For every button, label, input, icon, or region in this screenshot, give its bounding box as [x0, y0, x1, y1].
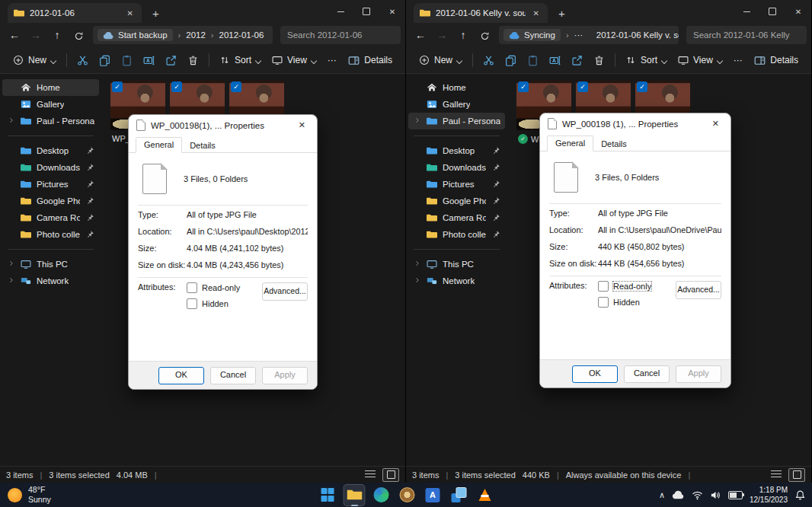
- address-bar[interactable]: Syncing › ··· › 2012-01-06 Kelly v. soup: [499, 26, 679, 44]
- maximize-button[interactable]: [759, 0, 785, 23]
- large-thumbnails-view-toggle[interactable]: [382, 468, 399, 482]
- sidebar-item-downloads[interactable]: Downloads: [408, 159, 505, 176]
- forward-button[interactable]: →: [26, 29, 46, 41]
- details-view-toggle-icon[interactable]: [771, 470, 782, 480]
- weather-widget[interactable]: 48°F Sunny: [0, 485, 51, 505]
- selected-checkbox[interactable]: ✓: [171, 81, 182, 92]
- battery-icon[interactable]: [728, 491, 743, 499]
- refresh-button[interactable]: [69, 29, 88, 41]
- paste-button[interactable]: [522, 49, 544, 71]
- onedrive-tray-icon[interactable]: [672, 490, 685, 499]
- delete-button[interactable]: [588, 49, 610, 71]
- selected-checkbox[interactable]: ✓: [518, 81, 529, 92]
- view-button[interactable]: View: [673, 49, 728, 71]
- taskbar-file-explorer[interactable]: [344, 484, 366, 506]
- breadcrumb-ellipsis[interactable]: ···: [574, 30, 583, 40]
- cancel-button[interactable]: Cancel: [624, 365, 670, 383]
- sidebar-item-desktop[interactable]: Desktop: [2, 142, 99, 159]
- ok-button[interactable]: OK: [572, 365, 618, 383]
- sidebar-item-home[interactable]: Home: [2, 79, 99, 96]
- dialog-close-button[interactable]: ✕: [295, 119, 309, 132]
- minimize-button[interactable]: [734, 0, 759, 23]
- tab-details[interactable]: Details: [593, 137, 635, 151]
- sidebar-item-desktop[interactable]: Desktop: [408, 142, 505, 159]
- sidebar-item-gallery[interactable]: Gallery: [408, 96, 505, 113]
- new-tab-button[interactable]: +: [152, 7, 159, 20]
- chevron-right-icon[interactable]: [414, 276, 421, 284]
- breadcrumb-2012-01-06[interactable]: 2012-01-06: [219, 30, 264, 40]
- maximize-button[interactable]: [353, 0, 379, 23]
- wifi-icon[interactable]: [692, 489, 703, 501]
- sidebar-item-pictures[interactable]: Pictures: [408, 176, 505, 193]
- advanced-button[interactable]: Advanced...: [676, 281, 721, 299]
- sidebar-item-gallery[interactable]: Gallery: [2, 96, 99, 113]
- copy-button[interactable]: [94, 49, 116, 71]
- up-button[interactable]: ↑: [453, 29, 473, 41]
- onedrive-backup-chip[interactable]: Start backup: [98, 29, 173, 41]
- taskbar-widgets-app[interactable]: [397, 485, 417, 505]
- close-button[interactable]: ✕: [379, 0, 405, 23]
- ok-button[interactable]: OK: [158, 367, 204, 384]
- selected-checkbox[interactable]: ✓: [637, 81, 647, 92]
- cut-button[interactable]: [72, 49, 94, 71]
- address-bar[interactable]: Start backup › 2012 › 2012-01-06: [93, 26, 273, 44]
- paste-button[interactable]: [116, 49, 138, 71]
- sidebar-item-photo-collection[interactable]: Photo collection: [2, 226, 99, 243]
- new-button[interactable]: New: [8, 49, 62, 71]
- sidebar-item-this-pc[interactable]: This PC: [408, 256, 505, 273]
- breadcrumb-current-folder[interactable]: 2012-01-06 Kelly v. soup: [596, 30, 679, 40]
- selected-checkbox[interactable]: ✓: [112, 81, 123, 92]
- more-options-button[interactable]: ···: [322, 49, 342, 71]
- sidebar-item-camera-roll[interactable]: Camera Roll: [2, 209, 99, 226]
- explorer-tab[interactable]: 2012-01-06 ✕: [8, 3, 142, 23]
- tab-general[interactable]: General: [547, 136, 593, 151]
- back-button[interactable]: ←: [5, 29, 24, 41]
- readonly-checkbox[interactable]: [187, 282, 197, 293]
- apply-button[interactable]: Apply: [262, 367, 308, 384]
- share-button[interactable]: [566, 49, 588, 71]
- onedrive-sync-chip[interactable]: Syncing: [504, 29, 561, 41]
- sort-button[interactable]: Sort: [620, 49, 673, 71]
- sidebar-item-home[interactable]: Home: [408, 79, 505, 96]
- readonly-label[interactable]: Read-only: [202, 283, 240, 292]
- start-button[interactable]: [318, 485, 338, 505]
- details-pane-button[interactable]: Details: [749, 49, 804, 71]
- rename-button[interactable]: [138, 49, 160, 71]
- apply-button[interactable]: Apply: [676, 365, 721, 383]
- taskbar-edge[interactable]: [371, 485, 392, 505]
- tab-close-icon[interactable]: ✕: [531, 9, 542, 18]
- details-view-toggle-icon[interactable]: [365, 470, 376, 480]
- chevron-right-icon[interactable]: [8, 260, 15, 267]
- details-pane-button[interactable]: Details: [343, 49, 398, 71]
- new-tab-button[interactable]: +: [558, 7, 565, 20]
- sidebar-item-this-pc[interactable]: This PC: [2, 256, 99, 273]
- rename-button[interactable]: [544, 49, 566, 71]
- sidebar-item-network[interactable]: Network: [408, 273, 505, 289]
- search-input[interactable]: [686, 26, 807, 44]
- hidden-label[interactable]: Hidden: [613, 298, 640, 307]
- taskbar-stacked-windows-app[interactable]: [449, 485, 469, 505]
- hidden-checkbox[interactable]: [598, 297, 609, 308]
- tab-general[interactable]: General: [136, 137, 182, 153]
- sidebar-item-paul-personal[interactable]: Paul - Personal: [408, 113, 505, 129]
- taskbar-vlc[interactable]: [475, 485, 495, 505]
- tab-details[interactable]: Details: [182, 139, 223, 153]
- view-button[interactable]: View: [267, 49, 322, 71]
- up-button[interactable]: ↑: [47, 29, 67, 41]
- dialog-close-button[interactable]: ✕: [708, 117, 723, 130]
- chevron-right-icon[interactable]: [414, 116, 421, 124]
- hidden-label[interactable]: Hidden: [202, 299, 229, 308]
- more-options-button[interactable]: ···: [728, 49, 748, 71]
- forward-button[interactable]: →: [432, 29, 452, 41]
- hidden-checkbox[interactable]: [187, 298, 197, 309]
- sidebar-item-network[interactable]: Network: [2, 273, 99, 289]
- chevron-right-icon[interactable]: [8, 276, 15, 284]
- taskbar-documents-app[interactable]: A: [423, 485, 443, 505]
- explorer-tab[interactable]: 2012-01-06 Kelly v. soup ✕: [414, 3, 548, 23]
- clock[interactable]: 1:18 PM 12/15/2023: [750, 485, 788, 505]
- tab-close-icon[interactable]: ✕: [125, 9, 136, 18]
- copy-button[interactable]: [500, 49, 522, 71]
- chevron-right-icon[interactable]: [8, 116, 15, 124]
- refresh-button[interactable]: [475, 29, 494, 41]
- search-input[interactable]: [280, 26, 401, 44]
